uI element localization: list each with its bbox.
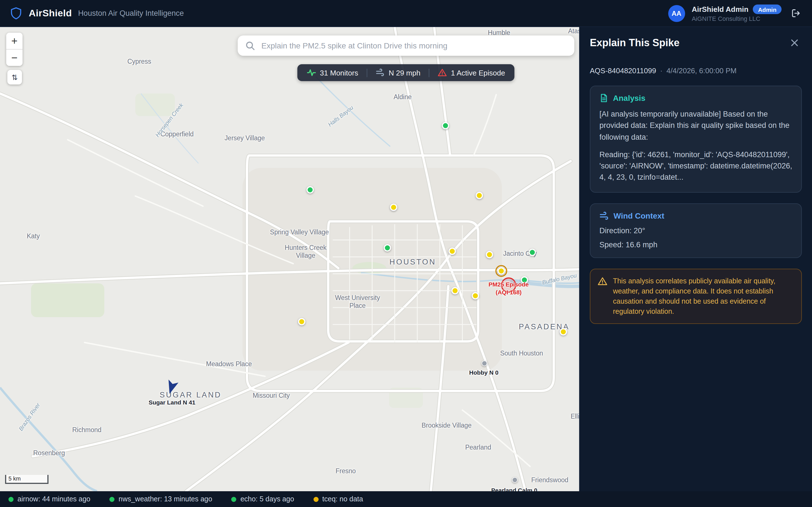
monitor-dot-moderate[interactable] bbox=[298, 318, 305, 325]
source-label: echo: 5 days ago bbox=[241, 495, 294, 503]
zoom-controls: + − bbox=[6, 33, 22, 66]
monitor-dot-moderate[interactable] bbox=[472, 292, 479, 299]
map-scale: 5 km bbox=[5, 475, 49, 484]
wind-direction: Direction: 20° bbox=[599, 226, 792, 235]
episode-label-line1: PM25 Episode bbox=[489, 281, 529, 288]
source-label: airnow: 44 minutes ago bbox=[17, 495, 91, 503]
wind-status-label: N 29 mph bbox=[389, 68, 420, 77]
map-label-cypress: Cypress bbox=[128, 58, 151, 65]
meta-separator: · bbox=[660, 66, 663, 75]
map-label-meadows-place: Meadows Place bbox=[206, 360, 252, 367]
episode-status[interactable]: 1 Active Episode bbox=[438, 68, 505, 77]
source-label: nws_weather: 13 minutes ago bbox=[119, 495, 212, 503]
map-label-ellington: Ellington bbox=[571, 413, 579, 420]
wind-speed: Speed: 16.6 mph bbox=[599, 240, 792, 249]
activity-icon bbox=[307, 68, 316, 77]
monitor-dot-moderate[interactable] bbox=[449, 247, 456, 255]
app-subtitle: Houston Air Quality Intelligence bbox=[78, 9, 184, 17]
monitor-dot-moderate[interactable] bbox=[486, 251, 493, 258]
monitor-dot-calm[interactable] bbox=[481, 360, 487, 366]
pill-divider bbox=[429, 68, 429, 77]
app-root: AirShield Houston Air Quality Intelligen… bbox=[0, 0, 812, 507]
logout-icon bbox=[791, 8, 801, 18]
map-label-west-university-place: West University Place bbox=[329, 294, 386, 310]
status-dot-green bbox=[232, 497, 237, 502]
source-status-airnow: airnow: 44 minutes ago bbox=[8, 495, 91, 503]
map-label-brookside-village: Brookside Village bbox=[421, 422, 471, 429]
map-label-aldine: Aldine bbox=[394, 94, 412, 100]
monitor-dot-moderate[interactable] bbox=[390, 204, 397, 211]
episode-label-line2: (AQI 168) bbox=[489, 288, 529, 296]
status-dot-green bbox=[110, 497, 115, 502]
explain-spike-panel: Explain This Spike AQS-840482011099 · 4/… bbox=[579, 27, 812, 491]
map-label-friendswood: Friendswood bbox=[531, 476, 568, 483]
map-label-spring-valley-village: Spring Valley Village bbox=[270, 229, 329, 235]
shield-logo-icon bbox=[10, 7, 22, 20]
analysis-paragraph-1: [AI analysis temporarily unavailable] Ba… bbox=[599, 109, 792, 143]
map-label-houston: HOUSTON bbox=[389, 258, 436, 266]
monitors-count-label: 31 Monitors bbox=[320, 68, 358, 77]
map-label-jersey-village: Jersey Village bbox=[225, 135, 265, 142]
map-label-atascocita: Atascocita bbox=[568, 27, 579, 34]
source-status-echo: echo: 5 days ago bbox=[232, 495, 294, 503]
monitor-dot-good[interactable] bbox=[384, 244, 391, 251]
user-avatar[interactable]: AA bbox=[668, 5, 685, 22]
map-label-rosenberg: Rosenberg bbox=[33, 450, 65, 456]
search-bar bbox=[238, 36, 574, 56]
zoom-out-button[interactable]: − bbox=[6, 50, 22, 66]
search-input[interactable] bbox=[260, 41, 567, 51]
wind-context-icon bbox=[599, 211, 609, 221]
station-label-sugar-land: Sugar Land N 41 bbox=[149, 399, 195, 406]
status-dot-yellow bbox=[313, 497, 318, 502]
alert-triangle-icon bbox=[438, 68, 447, 77]
map-label-hunters-creek-village: Hunters Creek Village bbox=[284, 244, 327, 260]
user-org: AiGNITE Consulting LLC bbox=[692, 15, 781, 22]
status-pillbar: 31 Monitors N 29 mph bbox=[297, 64, 515, 81]
wind-status[interactable]: N 29 mph bbox=[375, 68, 420, 77]
analysis-card-title: Analysis bbox=[613, 94, 645, 103]
map-area: Humble Atascocita Cypress Copperfield Je… bbox=[0, 27, 579, 491]
map-label-fresno: Fresno bbox=[336, 467, 356, 474]
monitor-dot-good[interactable] bbox=[529, 249, 536, 256]
episode-label[interactable]: PM25 Episode (AQI 168) bbox=[489, 281, 529, 296]
monitor-dot-moderate[interactable] bbox=[560, 328, 567, 335]
monitor-dot-calm[interactable] bbox=[512, 477, 518, 483]
search-icon bbox=[245, 41, 255, 51]
zoom-in-button[interactable]: + bbox=[6, 33, 22, 49]
episode-timestamp: 4/4/2026, 6:00:00 PM bbox=[666, 66, 737, 75]
wind-context-card: Wind Context Direction: 20° Speed: 16.6 … bbox=[590, 203, 802, 258]
source-status-nws-weather: nws_weather: 13 minutes ago bbox=[110, 495, 212, 503]
map-label-pearland: Pearland bbox=[465, 444, 491, 451]
monitor-dot-selected[interactable] bbox=[498, 267, 505, 275]
monitor-dot-moderate[interactable] bbox=[476, 192, 483, 199]
app-title: AirShield bbox=[29, 8, 72, 19]
user-name: AirShield Admin bbox=[692, 5, 748, 13]
data-sources-bar: airnow: 44 minutes ago nws_weather: 13 m… bbox=[0, 491, 812, 507]
disclaimer-card: This analysis correlates publicly availa… bbox=[590, 269, 802, 324]
station-label-hobby: Hobby N 0 bbox=[469, 369, 499, 376]
analysis-card: Analysis [AI analysis temporarily unavai… bbox=[590, 86, 802, 192]
monitors-status[interactable]: 31 Monitors bbox=[307, 68, 358, 77]
tilt-reset-button[interactable]: ⇅ bbox=[7, 70, 22, 84]
source-label: tceq: no data bbox=[322, 495, 363, 503]
monitor-dot-moderate[interactable] bbox=[451, 287, 459, 294]
logout-button[interactable] bbox=[788, 6, 804, 21]
episode-status-label: 1 Active Episode bbox=[451, 68, 505, 77]
map-label-missouri-city: Missouri City bbox=[253, 392, 290, 399]
station-label-pearland-calm: Pearland Calm 0 bbox=[491, 487, 537, 491]
monitor-dot-good[interactable] bbox=[442, 122, 449, 129]
map-label-south-houston: South Houston bbox=[500, 350, 543, 356]
map-label-richmond: Richmond bbox=[72, 427, 101, 433]
user-block: AA AirShield Admin Admin AiGNITE Consult… bbox=[668, 4, 812, 22]
analysis-paragraph-2: Reading: {'id': 46261, 'monitor_id': 'AQ… bbox=[599, 149, 792, 184]
episode-meta: AQS-840482011099 · 4/4/2026, 6:00:00 PM bbox=[590, 66, 802, 75]
close-panel-button[interactable] bbox=[787, 36, 802, 50]
source-status-tceq: tceq: no data bbox=[313, 495, 363, 503]
wind-icon bbox=[375, 68, 385, 77]
monitor-dot-good[interactable] bbox=[306, 186, 314, 193]
map-label-katy: Katy bbox=[27, 233, 40, 239]
brand-block: AirShield Houston Air Quality Intelligen… bbox=[0, 7, 184, 20]
document-icon bbox=[599, 94, 608, 103]
disclaimer-text: This analysis correlates publicly availa… bbox=[613, 276, 794, 317]
pill-divider bbox=[366, 68, 367, 77]
